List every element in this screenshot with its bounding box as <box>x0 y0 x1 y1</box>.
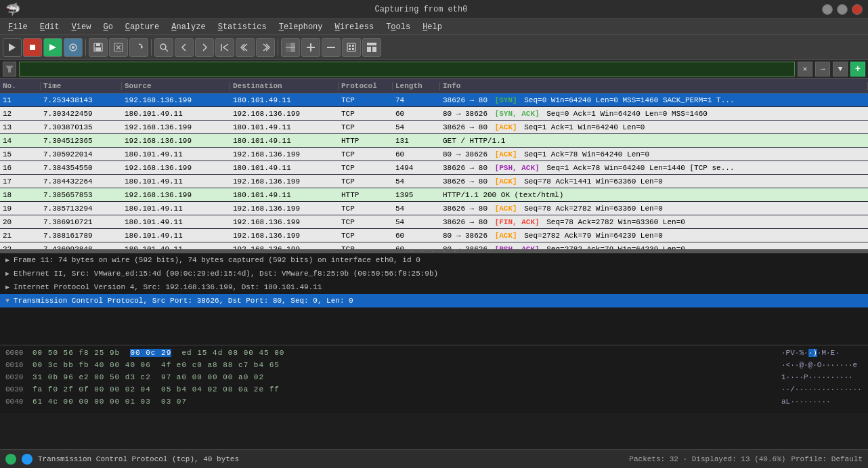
titlebar: 🦈 Capturing from eth0 <box>0 0 868 19</box>
menu-view[interactable]: View <box>66 21 97 33</box>
svg-marker-2 <box>49 44 56 51</box>
cell-len: 54 <box>393 218 440 226</box>
cell-no: 13 <box>0 123 41 131</box>
detail-row[interactable]: ▶ Frame 11: 74 bytes on wire (592 bits),… <box>0 253 868 267</box>
reload-button[interactable] <box>129 38 148 57</box>
cell-proto: TCP <box>339 218 393 226</box>
menu-wireless[interactable]: Wireless <box>330 21 380 33</box>
table-row[interactable]: 21 7.388161789 180.101.49.11 192.168.136… <box>0 229 868 242</box>
hex-offset-2: 0020 <box>5 373 32 381</box>
cell-info: GET / HTTP/1.1 <box>440 137 868 145</box>
hex-ascii-2: 1····P·········· <box>781 373 863 381</box>
close-button[interactable] <box>852 4 863 15</box>
table-row[interactable]: 15 7.305922014 180.101.49.11 192.168.136… <box>0 148 868 161</box>
col-header-source: Source <box>122 82 230 90</box>
zoom-out-button[interactable] <box>322 38 341 57</box>
cell-no: 19 <box>0 205 41 213</box>
cell-info: 38626 → 80 [PSH, ACK] Seq=1 Ack=78 Win=6… <box>440 164 868 172</box>
restart-capture-button[interactable] <box>43 38 62 57</box>
hex-ascii-0: ·PV·%··)·M·E· <box>781 349 863 357</box>
table-row[interactable]: 13 7.303870135 192.168.136.199 180.101.4… <box>0 121 868 134</box>
go-first-button[interactable] <box>215 38 234 57</box>
go-prev-button[interactable] <box>236 38 255 57</box>
toolbar-separator-3 <box>278 39 278 56</box>
table-row[interactable]: 18 7.385657853 192.168.136.199 180.101.4… <box>0 188 868 202</box>
cell-proto: TCP <box>339 164 393 172</box>
cell-info: 38626 → 80 [ACK] Seq=78 Ack=1441 Win=633… <box>440 177 868 186</box>
minimize-button[interactable] <box>822 4 833 15</box>
zoom-in-button[interactable] <box>301 38 320 57</box>
cell-src: 180.101.49.11 <box>122 110 230 118</box>
layout-button[interactable] <box>362 38 381 57</box>
cell-time: 7.385713294 <box>41 205 122 213</box>
menu-go[interactable]: Go <box>97 21 118 33</box>
detail-row[interactable]: ▼ Transmission Control Protocol, Src Por… <box>0 294 868 307</box>
menubar: File Edit View Go Capture Analyze Statis… <box>0 19 868 35</box>
cell-dst: 180.101.49.11 <box>230 96 339 104</box>
menu-analyze[interactable]: Analyze <box>166 21 211 33</box>
cell-len: 1494 <box>393 164 440 172</box>
detail-text-0: Frame 11: 74 bytes on wire (592 bits), 7… <box>14 256 420 264</box>
filter-right-button[interactable]: → <box>815 62 830 77</box>
cell-dst: 192.168.136.199 <box>230 245 339 250</box>
table-row[interactable]: 20 7.386910721 180.101.49.11 192.168.136… <box>0 215 868 229</box>
detail-arrow-1: ▶ <box>5 270 9 278</box>
save-button[interactable] <box>89 38 108 57</box>
cell-len: 1395 <box>393 191 440 199</box>
stop-capture-button[interactable] <box>23 38 42 57</box>
hex-row-0000: 0000 00 50 56 f8 25 9b 00 0c 29 ed 15 4d… <box>0 347 868 359</box>
svg-rect-22 <box>349 45 351 47</box>
menu-telephony[interactable]: Telephony <box>274 21 328 33</box>
hex-offset-0: 0000 <box>5 349 32 357</box>
table-row[interactable]: 12 7.303422459 180.101.49.11 192.168.136… <box>0 107 868 121</box>
cell-time: 7.304512365 <box>41 137 122 145</box>
detail-row[interactable]: ▶ Internet Protocol Version 4, Src: 192.… <box>0 280 868 294</box>
zoom-reset-button[interactable] <box>342 38 361 57</box>
menu-statistics[interactable]: Statistics <box>213 21 272 33</box>
table-row[interactable]: 19 7.385713294 180.101.49.11 192.168.136… <box>0 202 868 215</box>
table-row[interactable]: 14 7.304512365 192.168.136.199 180.101.4… <box>0 134 868 148</box>
svg-rect-27 <box>367 47 371 52</box>
colorize-button[interactable] <box>281 38 300 57</box>
cell-proto: TCP <box>339 123 393 131</box>
table-row[interactable]: 17 7.384432264 180.101.49.11 192.168.136… <box>0 175 868 188</box>
hex-ascii-3: ··/··············· <box>781 385 863 393</box>
table-row[interactable]: 16 7.384354550 192.168.136.199 180.101.4… <box>0 161 868 175</box>
table-row[interactable]: 11 7.253438143 192.168.136.199 180.101.4… <box>0 93 868 107</box>
packet-count-text: Packets: 32 · Displayed: 13 (40.6%) <box>629 455 785 463</box>
hex-row-0030: 0030 fa f0 2f 0f 00 00 02 04 05 b4 04 02… <box>0 383 868 396</box>
cell-len: 74 <box>393 96 440 104</box>
hex-row-0020: 0020 31 0b 96 e2 00 50 d3 c2 97 a0 00 00… <box>0 371 868 383</box>
cell-info: 80 → 38626 [SYN, ACK] Seq=0 Ack=1 Win=64… <box>440 110 868 118</box>
cell-proto: TCP <box>339 110 393 118</box>
go-forward-button[interactable] <box>195 38 214 57</box>
cell-no: 15 <box>0 150 41 158</box>
filter-add-button[interactable]: + <box>850 62 865 77</box>
menu-file[interactable]: File <box>3 21 33 33</box>
menu-tools[interactable]: Tools <box>381 21 416 33</box>
cell-info: 38626 → 80 [SYN] Seq=0 Win=64240 Len=0 M… <box>440 96 868 104</box>
cell-no: 12 <box>0 110 41 118</box>
maximize-button[interactable] <box>837 4 848 15</box>
cell-proto: HTTP <box>339 191 393 199</box>
go-next-button[interactable] <box>256 38 275 57</box>
filter-dropdown-button[interactable]: ▼ <box>833 62 848 77</box>
menu-help[interactable]: Help <box>417 21 448 33</box>
cell-info: 80 → 38626 [ACK] Seq=2782 Ack=79 Win=642… <box>440 232 868 240</box>
menu-capture[interactable]: Capture <box>120 21 165 33</box>
detail-row[interactable]: ▶ Ethernet II, Src: VMware_ed:15:4d (00:… <box>0 267 868 280</box>
open-capture-button[interactable] <box>64 38 83 57</box>
filter-input[interactable]: tcp <box>19 62 795 77</box>
cell-info: HTTP/1.1 200 OK (text/html) <box>440 191 868 199</box>
find-packet-button[interactable] <box>154 38 173 57</box>
toolbar-separator-2 <box>151 39 152 56</box>
menu-edit[interactable]: Edit <box>35 21 65 33</box>
table-row[interactable]: 22 7.436092848 180.101.49.11 192.168.136… <box>0 242 868 249</box>
svg-rect-7 <box>96 43 100 46</box>
go-back-button[interactable] <box>175 38 194 57</box>
filter-clear-button[interactable]: ✕ <box>798 62 812 77</box>
statusbar-left: Transmission Control Protocol (tcp), 40 … <box>5 454 239 465</box>
cell-src: 180.101.49.11 <box>122 218 230 226</box>
close-file-button[interactable] <box>109 38 128 57</box>
new-capture-button[interactable] <box>3 38 22 57</box>
